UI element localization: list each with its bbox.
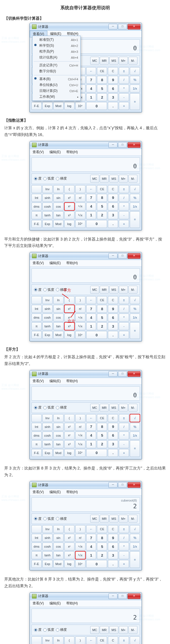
menu-item-标准型T[interactable]: 标准型(T)Alt+1 — [33, 37, 80, 43]
key-[interactable]: √ — [130, 636, 140, 644]
maximize-button[interactable]: □ — [118, 142, 127, 148]
key-9[interactable]: 9 — [108, 76, 118, 84]
key-6[interactable]: 6 — [108, 203, 118, 210]
key-mc[interactable]: MC — [90, 57, 99, 65]
key-5[interactable]: 5 — [97, 203, 107, 210]
key-x[interactable]: x² — [64, 423, 74, 431]
key-ln[interactable]: ln — [53, 525, 64, 533]
key-int[interactable]: Int — [31, 423, 42, 431]
key-mod[interactable]: Mod — [53, 102, 64, 110]
key-cos[interactable]: cos — [53, 543, 64, 550]
key-x[interactable]: x² — [64, 305, 74, 313]
key-blank[interactable] — [31, 414, 42, 422]
key-[interactable]: √ — [130, 296, 140, 304]
key-mr[interactable]: MR — [100, 515, 109, 523]
key-8[interactable]: 8 — [97, 534, 107, 542]
menu-view[interactable]: 查看(V) — [30, 600, 47, 607]
key-x[interactable]: ʸ√x — [75, 432, 85, 439]
key-[interactable]: * — [119, 432, 129, 439]
mode-radian[interactable]: 弧度 — [43, 287, 54, 292]
key-cos[interactable]: cos — [53, 203, 64, 210]
key-inv[interactable]: Inv — [42, 185, 53, 193]
key-1[interactable]: 1 — [86, 440, 96, 448]
minimize-button[interactable]: ─ — [108, 24, 117, 30]
key-[interactable]: ← — [86, 636, 96, 644]
key-int[interactable]: Int — [31, 194, 42, 202]
key-dms[interactable]: dms — [31, 203, 42, 210]
key-x[interactable]: ³√x — [75, 440, 85, 448]
key-[interactable]: % — [130, 423, 140, 431]
key-mplus[interactable]: M+ — [119, 286, 128, 294]
key-cosh[interactable]: cosh — [42, 543, 53, 550]
maximize-button[interactable]: □ — [118, 593, 127, 599]
menu-edit[interactable]: 编辑(E) — [47, 378, 64, 384]
key-10[interactable]: 10ˣ — [75, 102, 85, 110]
key-[interactable]: √ — [130, 67, 140, 75]
key-mr[interactable]: MR — [100, 175, 109, 183]
key-[interactable]: ) — [75, 414, 85, 422]
key-8[interactable]: 8 — [97, 76, 107, 84]
minimize-button[interactable]: ─ — [108, 142, 117, 148]
menu-help[interactable]: 帮助(H) — [64, 489, 81, 495]
key-[interactable]: = — [130, 211, 140, 228]
key-3[interactable]: 3 — [108, 211, 118, 219]
key-mr[interactable]: MR — [100, 626, 109, 634]
key-[interactable]: π — [31, 322, 42, 330]
key-7[interactable]: 7 — [86, 423, 96, 431]
key-[interactable]: % — [130, 534, 140, 542]
minimize-button[interactable]: ─ — [108, 253, 117, 259]
key-[interactable]: ← — [86, 67, 96, 75]
close-button[interactable]: ✕ — [128, 253, 140, 259]
mode-radian[interactable]: 弧度 — [43, 405, 54, 410]
key-2[interactable]: 2 — [97, 93, 107, 101]
key-[interactable]: / — [119, 534, 129, 542]
menu-view[interactable]: 查看(V) — [30, 260, 47, 266]
key-ln[interactable]: ln — [53, 414, 64, 422]
key-log[interactable]: log — [64, 331, 74, 339]
mode-gradian[interactable]: 梯度 — [56, 176, 67, 181]
key-blank[interactable] — [31, 636, 42, 644]
key-tanh[interactable]: tanh — [42, 211, 53, 219]
key-ms[interactable]: MS — [109, 175, 118, 183]
key-x[interactable]: x³ — [64, 551, 74, 559]
key-mc[interactable]: MC — [90, 626, 99, 634]
key-mod[interactable]: Mod — [53, 220, 64, 228]
key-tan[interactable]: tan — [53, 322, 64, 330]
key-9[interactable]: 9 — [108, 305, 118, 313]
key-[interactable]: ) — [75, 296, 85, 304]
key-c[interactable]: C — [108, 185, 118, 193]
key-10[interactable]: 10ˣ — [75, 220, 85, 228]
key-mc[interactable]: MC — [90, 515, 99, 523]
key-9[interactable]: 9 — [108, 534, 118, 542]
menu-help[interactable]: 帮助(H) — [64, 260, 81, 266]
mode-degree[interactable]: 度 — [34, 176, 42, 181]
key-0[interactable]: 0 — [86, 449, 107, 457]
key-[interactable]: * — [119, 203, 129, 210]
key-1[interactable]: 1 — [86, 211, 96, 219]
key-9[interactable]: 9 — [108, 194, 118, 202]
key-4[interactable]: 4 — [86, 85, 96, 92]
key-c[interactable]: C — [108, 636, 118, 644]
key-x[interactable]: ʸ√x — [75, 314, 85, 321]
menu-edit[interactable]: 编辑(E) — [47, 600, 64, 607]
key-[interactable]: . — [108, 560, 118, 568]
menu-view[interactable]: 查看(V) — [30, 149, 47, 155]
key-7[interactable]: 7 — [86, 534, 96, 542]
key-[interactable]: + — [119, 331, 129, 339]
key-[interactable]: = — [130, 322, 140, 339]
key-cos[interactable]: cos — [53, 314, 64, 321]
menu-edit[interactable]: 编辑(E) — [47, 260, 64, 266]
key-mplus[interactable]: M+ — [119, 175, 128, 183]
key-1x[interactable]: 1/x — [130, 85, 140, 92]
key-[interactable]: - — [119, 211, 129, 219]
close-button[interactable]: ✕ — [128, 371, 140, 377]
key-x[interactable]: x² — [64, 194, 74, 202]
key-x[interactable]: ³√x — [75, 211, 85, 219]
key-[interactable]: * — [119, 85, 129, 92]
key-7[interactable]: 7 — [86, 76, 96, 84]
mode-degree[interactable]: 度 — [34, 627, 42, 632]
key-ms[interactable]: MS — [109, 286, 118, 294]
key-mod[interactable]: Mod — [53, 449, 64, 457]
key-exp[interactable]: Exp — [42, 560, 53, 568]
maximize-button[interactable]: □ — [118, 24, 127, 30]
